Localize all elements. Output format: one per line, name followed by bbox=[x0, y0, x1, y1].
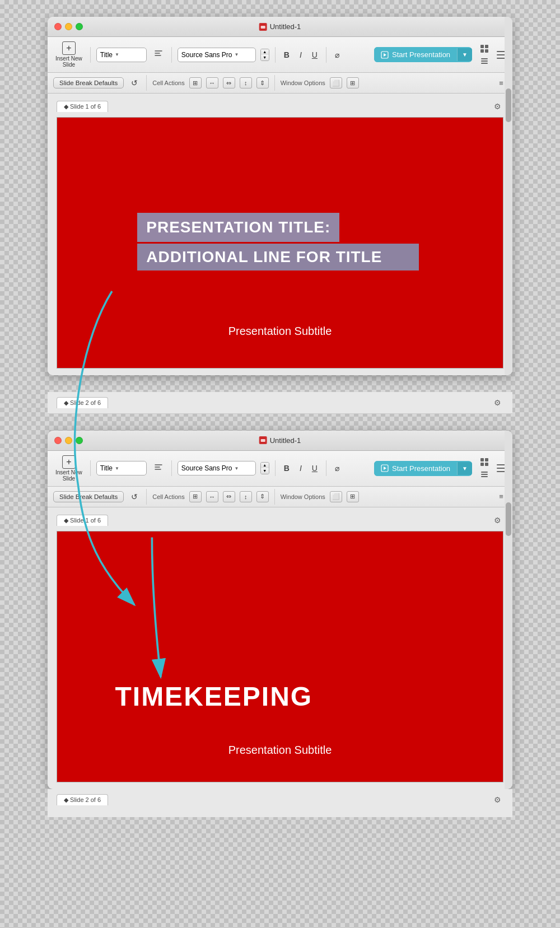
toolbar-2: + Insert New Slide Title ▼ Source Sans P… bbox=[48, 451, 512, 487]
slide-canvas-1: PRESENTATION TITLE: ADDITIONAL LINE FOR … bbox=[57, 117, 503, 369]
font-dropdown[interactable]: Source Sans Pro ▼ bbox=[178, 48, 256, 62]
start-presentation-button[interactable]: Start Presentation ▼ bbox=[374, 47, 472, 62]
cell-align-left-button-2[interactable]: ⊞ bbox=[189, 491, 202, 502]
scrollbar-2[interactable] bbox=[505, 431, 512, 789]
refresh-icon-button[interactable]: ↺ bbox=[128, 77, 141, 89]
bold-button-2[interactable]: B bbox=[281, 462, 292, 474]
grid-view-icon[interactable] bbox=[479, 43, 490, 54]
slide-settings-button-3[interactable]: ⚙ bbox=[491, 514, 503, 526]
cell-more-button-2[interactable]: ⇕ bbox=[256, 491, 269, 502]
scrollbar-thumb-1[interactable] bbox=[506, 88, 511, 122]
toolbar-1: + Insert New Slide Title ▼ Source Sans P… bbox=[48, 37, 512, 73]
slide-tab-bar-3: ◆ Slide 1 of 6 ⚙ bbox=[57, 514, 503, 526]
start-btn-dropdown[interactable]: ▼ bbox=[457, 48, 472, 61]
close-button-2[interactable] bbox=[54, 437, 62, 444]
close-button[interactable] bbox=[54, 23, 62, 30]
slide-break-label: Slide Break Defaults bbox=[59, 80, 118, 86]
scrollbar-thumb-2[interactable] bbox=[506, 502, 511, 536]
svg-rect-5 bbox=[480, 45, 484, 48]
minimize-button-2[interactable] bbox=[65, 437, 72, 444]
font-value-2: Source Sans Pro bbox=[181, 464, 232, 472]
cell-actions-label: Cell Actions bbox=[152, 80, 184, 86]
slide2-subtitle: Presentation Subtitle bbox=[57, 744, 503, 757]
format-icon-button[interactable] bbox=[151, 48, 166, 62]
slide-title-highlight-1: PRESENTATION TITLE: bbox=[137, 213, 339, 242]
slide-tab-2[interactable]: ◆ Slide 2 of 6 bbox=[57, 397, 108, 408]
cell-height-button-2[interactable]: ↕ bbox=[240, 491, 252, 502]
slide-tab-label-2: ◆ Slide 2 of 6 bbox=[64, 399, 101, 406]
font-size-stepper-2[interactable]: ▲ ▼ bbox=[260, 462, 269, 474]
slide-tab-label-3: ◆ Slide 1 of 6 bbox=[64, 517, 101, 524]
window-grid-button-2[interactable]: ⊞ bbox=[347, 491, 359, 502]
italic-button-2[interactable]: I bbox=[297, 462, 305, 474]
svg-rect-24 bbox=[481, 474, 488, 475]
slide-break-label-2: Slide Break Defaults bbox=[59, 493, 118, 500]
minimize-button[interactable] bbox=[65, 23, 72, 30]
start-presentation-label: Start Presentation bbox=[392, 50, 450, 59]
window-grid-button[interactable]: ⊞ bbox=[347, 77, 359, 88]
clear-format-button[interactable]: ⌀ bbox=[332, 49, 342, 61]
svg-rect-25 bbox=[481, 476, 488, 477]
start-btn-dropdown-2[interactable]: ▼ bbox=[457, 462, 472, 475]
slide-tab-bar-1: ◆ Slide 1 of 6 ⚙ bbox=[57, 100, 503, 113]
italic-button[interactable]: I bbox=[297, 49, 305, 61]
underline-button[interactable]: U bbox=[309, 49, 320, 61]
play-icon bbox=[381, 51, 389, 59]
cell-more-button[interactable]: ⇕ bbox=[256, 77, 269, 88]
start-presentation-label-2: Start Presentation bbox=[392, 464, 450, 473]
maximize-button-2[interactable] bbox=[76, 437, 83, 444]
slide-tab-3[interactable]: ◆ Slide 1 of 6 bbox=[57, 515, 108, 526]
font-size-down-icon[interactable]: ▼ bbox=[261, 55, 269, 60]
slide-title-box-1: PRESENTATION TITLE: ADDITIONAL LINE FOR … bbox=[137, 213, 480, 271]
window-title-text: Untitled-1 bbox=[270, 22, 301, 31]
slide-settings-button-2[interactable]: ⚙ bbox=[491, 397, 503, 409]
separator-1 bbox=[90, 47, 91, 63]
grid-view-icon-2[interactable] bbox=[479, 456, 490, 468]
font-size-up-icon-2[interactable]: ▲ bbox=[261, 463, 269, 468]
list-view-icon[interactable] bbox=[479, 55, 490, 67]
window-tile-button-2[interactable]: ⬜ bbox=[330, 491, 342, 502]
slide-settings-button-4[interactable]: ⚙ bbox=[491, 794, 503, 806]
slide-tab-4[interactable]: ◆ Slide 2 of 6 bbox=[57, 794, 108, 805]
scrollbar-1[interactable] bbox=[505, 17, 512, 375]
slide-break-defaults-button[interactable]: Slide Break Defaults bbox=[53, 77, 124, 88]
underline-button-2[interactable]: U bbox=[309, 462, 320, 474]
slide-tab-1[interactable]: ◆ Slide 1 of 6 bbox=[57, 101, 108, 112]
insert-new-slide-button-2[interactable]: + Insert New Slide bbox=[53, 454, 85, 483]
style-value-2: Title bbox=[100, 464, 113, 472]
refresh-icon-button-2[interactable]: ↺ bbox=[128, 491, 141, 503]
clear-format-button-2[interactable]: ⌀ bbox=[332, 462, 342, 474]
window-2: Untitled-1 + Insert New Slide Title ▼ So… bbox=[48, 431, 512, 789]
slide-tab-label-1: ◆ Slide 1 of 6 bbox=[64, 103, 101, 110]
slide-title-line2: ADDITIONAL LINE FOR TITLE bbox=[146, 248, 382, 265]
font-size-up-icon[interactable]: ▲ bbox=[261, 49, 269, 55]
cell-expand-h-button[interactable]: ↔ bbox=[206, 77, 218, 88]
title-bar-2: Untitled-1 bbox=[48, 431, 512, 451]
window-tile-button[interactable]: ⬜ bbox=[330, 77, 342, 88]
keynote-icon-2 bbox=[259, 436, 267, 444]
separator-11 bbox=[146, 489, 147, 505]
slide-break-defaults-button-2[interactable]: Slide Break Defaults bbox=[53, 491, 124, 502]
slide2-title-box: TIMEKEEPING bbox=[80, 681, 480, 712]
cell-expand-h-button-2[interactable]: ↔ bbox=[206, 491, 218, 502]
cell-expand-v-button-2[interactable]: ⇔ bbox=[223, 491, 235, 502]
slide-tab-label-4: ◆ Slide 2 of 6 bbox=[64, 796, 101, 803]
style-dropdown[interactable]: Title ▼ bbox=[96, 48, 147, 62]
font-size-down-icon-2[interactable]: ▼ bbox=[261, 468, 269, 474]
font-size-stepper[interactable]: ▲ ▼ bbox=[260, 49, 269, 61]
cell-height-button[interactable]: ↕ bbox=[240, 77, 252, 88]
slide-settings-button-1[interactable]: ⚙ bbox=[491, 100, 503, 113]
style-dropdown-2[interactable]: Title ▼ bbox=[96, 461, 147, 475]
font-dropdown-2[interactable]: Source Sans Pro ▼ bbox=[178, 461, 256, 475]
bold-button[interactable]: B bbox=[281, 49, 292, 61]
separator-3 bbox=[275, 47, 276, 63]
maximize-button[interactable] bbox=[76, 23, 83, 30]
insert-new-slide-button[interactable]: + Insert New Slide bbox=[53, 40, 85, 69]
cell-expand-v-button[interactable]: ⇔ bbox=[223, 77, 235, 88]
start-presentation-button-2[interactable]: Start Presentation ▼ bbox=[374, 461, 472, 476]
font-value: Source Sans Pro bbox=[181, 51, 232, 59]
separator-6 bbox=[274, 75, 275, 91]
list-view-icon-2[interactable] bbox=[479, 469, 490, 480]
cell-align-left-button[interactable]: ⊞ bbox=[189, 77, 202, 88]
format-icon-button-2[interactable] bbox=[151, 461, 166, 475]
